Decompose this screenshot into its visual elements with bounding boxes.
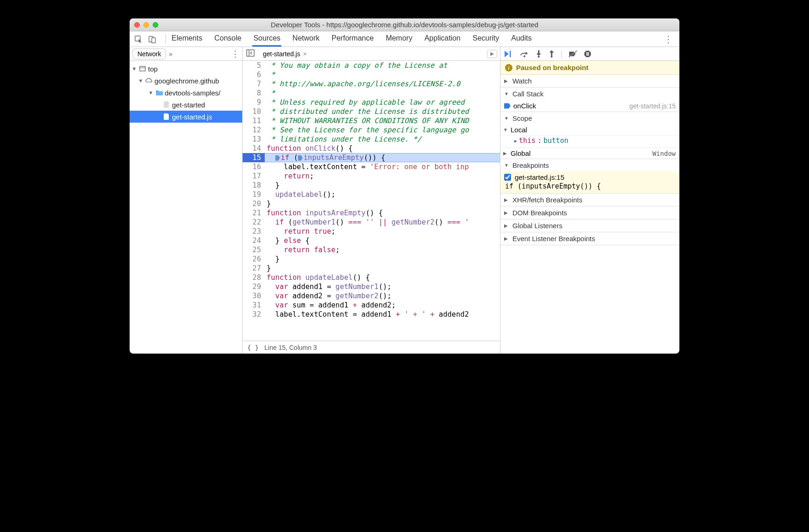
scope-variable[interactable]: ▶ this: button	[500, 136, 679, 148]
code-content[interactable]: * You may obtain a copy of the License a…	[265, 61, 500, 341]
content-area: Network » ⋮ ▼ top ▼ googlechrome.github …	[130, 47, 679, 354]
svg-point-10	[538, 56, 540, 58]
section-label: Event Listener Breakpoints	[512, 235, 595, 242]
section-label: Watch	[512, 77, 532, 85]
tree-folder[interactable]: ▼ devtools-samples/	[130, 87, 242, 99]
devtools-window: Developer Tools - https://googlechrome.g…	[130, 18, 679, 354]
tree-label: googlechrome.github	[155, 77, 219, 85]
tab-console[interactable]: Console	[214, 31, 243, 47]
tab-sources[interactable]: Sources	[252, 31, 281, 47]
code-editor[interactable]: 5678910111213141516171819202122232425262…	[243, 61, 500, 341]
tab-security[interactable]: Security	[471, 31, 500, 47]
tab-elements[interactable]: Elements	[171, 31, 203, 47]
breakpoints-section: ▼Breakpoints get-started.js:15 if (input…	[500, 159, 679, 194]
tab-performance[interactable]: Performance	[331, 31, 375, 47]
scope-global[interactable]: ▶Global Window	[500, 148, 679, 159]
line-gutter[interactable]: 5678910111213141516171819202122232425262…	[243, 61, 265, 341]
resume-icon[interactable]	[504, 50, 513, 58]
var-name: this	[519, 136, 535, 145]
titlebar: Developer Tools - https://googlechrome.g…	[130, 18, 679, 31]
breakpoint-checkbox[interactable]	[504, 174, 511, 181]
callstack-header[interactable]: ▼Call Stack	[500, 88, 679, 100]
step-into-icon[interactable]	[535, 50, 542, 58]
svg-point-12	[551, 56, 553, 58]
global-listeners-section[interactable]: ▶Global Listeners	[500, 219, 679, 232]
file-icon	[163, 113, 170, 120]
tree-label: get-started.js	[172, 113, 212, 121]
window-title: Developer Tools - https://googlechrome.g…	[130, 21, 679, 29]
section-label: Global Listeners	[512, 222, 562, 230]
svg-rect-2	[152, 38, 155, 43]
step-out-icon[interactable]	[548, 50, 555, 58]
run-snippet-icon[interactable]: ▶	[487, 50, 497, 58]
section-label: XHR/fetch Breakpoints	[512, 196, 583, 204]
pause-exceptions-icon[interactable]	[584, 50, 591, 58]
svg-rect-15	[587, 52, 588, 56]
navigator-header: Network » ⋮	[130, 47, 242, 61]
svg-rect-3	[140, 66, 145, 71]
section-label: Call Stack	[512, 90, 544, 98]
breakpoints-header[interactable]: ▼Breakpoints	[500, 159, 679, 171]
tree-label: top	[148, 65, 158, 73]
toolbar-more-icon[interactable]: ⋮	[661, 34, 676, 45]
navigator-dropdown[interactable]: Network	[132, 48, 166, 59]
close-window-button[interactable]	[134, 22, 140, 28]
pretty-print-icon[interactable]: { }	[247, 344, 259, 351]
xhr-breakpoints-section[interactable]: ▶XHR/fetch Breakpoints	[500, 194, 679, 207]
editor-panel: get-started.js × ▶ 567891011121314151617…	[243, 47, 500, 354]
close-tab-icon[interactable]: ×	[303, 50, 307, 58]
tree-file-js[interactable]: get-started.js	[130, 111, 242, 123]
section-label: Scope	[512, 114, 532, 122]
scope-global-value: Window	[652, 150, 676, 157]
debugger-toolbar	[500, 47, 679, 61]
current-frame-icon	[504, 103, 511, 109]
info-icon: i	[505, 64, 512, 71]
callstack-frame[interactable]: onClick get-started.js:15	[500, 100, 679, 112]
tab-application[interactable]: Application	[423, 31, 461, 47]
section-label: Breakpoints	[512, 161, 549, 169]
tab-network[interactable]: Network	[291, 31, 321, 47]
separator	[561, 50, 562, 58]
callstack-section: ▼Call Stack onClick get-started.js:15	[500, 88, 679, 112]
folder-icon	[155, 89, 163, 96]
navigator-more-icon[interactable]: »	[169, 50, 173, 58]
step-over-icon[interactable]	[520, 50, 529, 58]
frame-icon	[139, 65, 146, 72]
file-tab-label: get-started.js	[263, 50, 300, 58]
dom-breakpoints-section[interactable]: ▶DOM Breakpoints	[500, 207, 679, 219]
panel-tabs: Elements Console Sources Network Perform…	[171, 31, 533, 47]
svg-rect-7	[510, 51, 511, 57]
tree-label: devtools-samples/	[165, 89, 220, 97]
file-tree: ▼ top ▼ googlechrome.github ▼ devtools-s…	[130, 61, 242, 354]
scope-header[interactable]: ▼Scope	[500, 112, 679, 124]
tab-audits[interactable]: Audits	[510, 31, 532, 47]
tree-top-frame[interactable]: ▼ top	[130, 63, 242, 75]
deactivate-breakpoints-icon[interactable]	[568, 50, 577, 58]
frame-function: onClick	[513, 102, 536, 110]
inspect-element-icon[interactable]	[133, 34, 143, 44]
navigator-menu-icon[interactable]: ⋮	[231, 49, 239, 59]
watch-section[interactable]: ▶Watch	[500, 75, 679, 88]
toggle-navigator-icon[interactable]	[245, 48, 256, 59]
tab-memory[interactable]: Memory	[385, 31, 413, 47]
frame-location: get-started.js:15	[630, 102, 676, 110]
breakpoint-item[interactable]: get-started.js:15 if (inputsAreEmpty()) …	[500, 171, 679, 193]
breakpoint-condition: if (inputsAreEmpty()) {	[504, 181, 676, 192]
minimize-window-button[interactable]	[143, 22, 149, 28]
scope-local[interactable]: ▼Local	[500, 124, 679, 136]
device-toggle-icon[interactable]	[147, 34, 157, 44]
traffic-lights	[134, 22, 158, 28]
maximize-window-button[interactable]	[153, 22, 158, 28]
cursor-position: Line 15, Column 3	[264, 344, 317, 351]
event-listener-bp-section[interactable]: ▶Event Listener Breakpoints	[500, 232, 679, 245]
scope-local-label: Local	[511, 126, 527, 134]
tree-domain[interactable]: ▼ googlechrome.github	[130, 75, 242, 87]
paused-banner: i Paused on breakpoint	[500, 61, 679, 75]
main-toolbar: Elements Console Sources Network Perform…	[130, 31, 679, 47]
debugger-panel: i Paused on breakpoint ▶Watch ▼Call Stac…	[500, 47, 679, 354]
editor-tabs: get-started.js × ▶	[243, 47, 500, 61]
file-icon	[163, 101, 170, 108]
tree-file-html[interactable]: get-started	[130, 99, 242, 111]
file-tab[interactable]: get-started.js ×	[260, 48, 309, 59]
editor-status-bar: { } Line 15, Column 3	[243, 341, 500, 354]
